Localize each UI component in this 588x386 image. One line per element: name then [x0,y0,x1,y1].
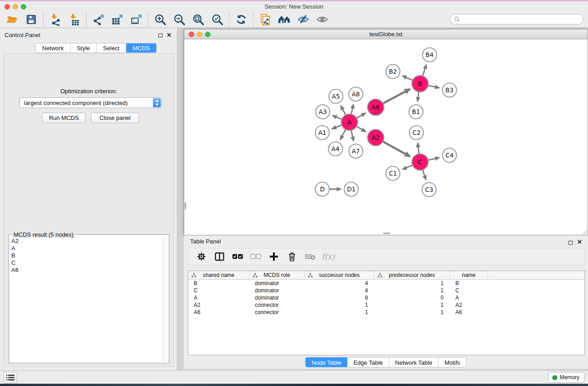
table-cell[interactable]: 8 [305,294,374,301]
create-column-plus-icon[interactable] [266,250,282,263]
graph-node-A8[interactable]: A8 [349,87,363,101]
result-item[interactable]: A6 [10,266,163,273]
zoom-out-icon[interactable] [172,13,186,26]
table-cell[interactable]: connector [249,309,305,316]
table-cell[interactable]: A6 [450,309,488,316]
table-cell[interactable]: dominator [249,294,305,301]
table-close-icon[interactable]: ✕ [577,238,582,245]
delete-table-icon[interactable] [302,250,318,263]
show-panel-list-button[interactable] [4,372,17,383]
table-cell[interactable]: B [450,280,488,287]
graph-node-D1[interactable]: D1 [344,182,359,196]
column-header-MCDS-role[interactable]: MCDS role [249,271,305,279]
column-header-predecessor-nodes[interactable]: predecessor nodes [374,271,450,279]
table-settings-gear-icon[interactable] [194,250,209,263]
table-cell[interactable]: 1 [374,280,450,287]
network-window-titlebar[interactable]: testGlobe.txt [184,29,588,39]
zoom-in-icon[interactable] [153,13,167,26]
table-cell[interactable]: 0 [374,294,450,301]
hide-panels-eye-slash-icon[interactable] [296,13,310,26]
graph-node-B1[interactable]: B1 [409,105,423,119]
table-cell[interactable]: 4 [305,287,374,294]
horizontal-scroll-indicator[interactable] [383,233,390,234]
table-cell[interactable]: dominator [249,280,305,287]
export-table-icon[interactable] [110,13,124,26]
network-canvas[interactable]: AA1A2A3A4A5A6A7A8BB1B2B3B4CC1C2C3C4DD1 [184,39,588,235]
deselect-all-checkboxes-icon[interactable] [248,250,263,263]
table-float-icon[interactable] [569,241,573,245]
table-cell[interactable]: C [188,287,249,294]
close-panel-icon[interactable]: ✕ [167,32,172,38]
memory-button[interactable]: Memory [548,372,584,383]
table-cell[interactable]: C [450,287,488,294]
import-network-icon[interactable] [48,13,62,26]
graph-node-C[interactable]: C [412,154,428,170]
search-input[interactable] [462,16,575,23]
graph-node-B2[interactable]: B2 [386,65,400,79]
tab-node-table[interactable]: Node Table [306,357,348,367]
tab-style[interactable]: Style [71,43,97,52]
result-item[interactable]: A2 [10,237,163,244]
graph-node-D[interactable]: D [316,182,330,196]
table-cell[interactable]: connector [249,301,305,309]
table-row[interactable]: Cdominator41C [188,287,584,294]
vertical-scroll-indicator[interactable] [185,202,186,210]
table-cell[interactable]: A [188,294,249,301]
graph-node-A4[interactable]: A4 [329,142,343,156]
table-cell[interactable]: 1 [305,301,374,309]
zoom-fit-icon[interactable] [191,13,205,26]
graph-node-C2[interactable]: C2 [410,126,424,140]
column-header-successor-nodes[interactable]: successor nodes [305,271,374,279]
refresh-layout-icon[interactable] [234,13,248,26]
table-cell[interactable]: A [450,294,488,301]
optimization-criterion-select[interactable]: largest connected component (directed) [19,97,162,108]
function-builder-icon[interactable]: f(x) [320,250,336,263]
graph-node-B[interactable]: B [412,76,428,92]
tab-select[interactable]: Select [97,43,126,52]
table-cell[interactable]: A6 [188,309,249,316]
table-cell[interactable]: 1 [305,309,374,316]
search-field[interactable] [450,14,583,24]
select-all-checkboxes-icon[interactable] [230,250,245,263]
run-mcds-button[interactable]: Run MCDS [42,113,86,123]
graph-node-A[interactable]: A [341,114,358,130]
save-session-icon[interactable] [24,13,38,26]
result-item[interactable]: B [10,252,163,259]
table-cell[interactable]: 1 [374,301,450,309]
show-column-icon[interactable] [212,250,227,263]
column-header-name[interactable]: name [450,271,488,279]
table-row[interactable]: A6connector11A6 [188,309,584,316]
open-session-icon[interactable] [5,13,19,26]
table-cell[interactable]: A2 [450,301,488,309]
home-view-icon[interactable] [277,13,291,26]
table-cell[interactable]: B [188,280,249,287]
export-image-icon[interactable] [129,13,143,26]
graph-node-C3[interactable]: C3 [422,183,436,197]
show-panels-eye-icon[interactable] [316,13,329,26]
result-scrollbar[interactable] [163,237,168,362]
column-header-shared-name[interactable]: shared name [188,271,249,279]
result-item[interactable]: C [10,259,163,266]
graph-node-A7[interactable]: A7 [349,144,363,158]
graph-node-B3[interactable]: B3 [443,83,457,97]
tab-edge-table[interactable]: Edge Table [348,357,389,367]
table-row[interactable]: Bdominator41B [188,280,584,287]
table-row[interactable]: Adominator80A [188,294,584,301]
graph-node-B4[interactable]: B4 [423,48,437,62]
import-table-icon[interactable] [67,13,81,26]
table-cell[interactable]: 1 [374,309,450,316]
table-cell[interactable]: 4 [305,280,374,287]
table-cell[interactable]: 1 [374,287,450,294]
clone-network-icon[interactable] [258,13,272,26]
tab-motifs[interactable]: Motifs [439,357,466,367]
table-cell[interactable]: A2 [188,301,249,309]
graph-node-A3[interactable]: A3 [316,105,330,119]
table-cell[interactable]: dominator [249,287,305,294]
graph-node-C4[interactable]: C4 [443,148,457,162]
tab-mcds[interactable]: MCDS [126,43,156,52]
graph-node-A2[interactable]: A2 [368,129,384,146]
tab-network-table[interactable]: Network Table [389,357,439,367]
close-panel-button[interactable]: Close panel [91,113,139,123]
zoom-selected-icon[interactable] [210,13,224,26]
delete-column-trash-icon[interactable] [284,250,300,263]
